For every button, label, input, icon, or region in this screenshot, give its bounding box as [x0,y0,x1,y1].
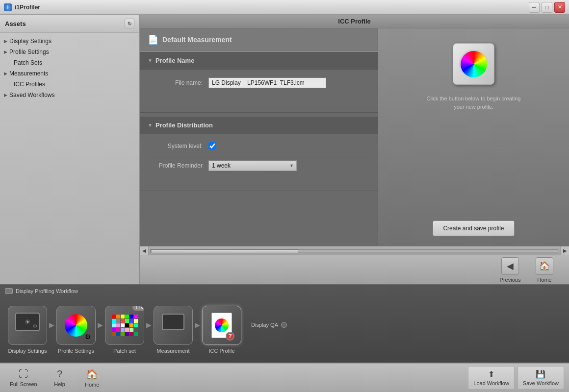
sidebar-item-profile-settings[interactable]: ▶ Profile Settings [0,47,139,57]
profile-reminder-row: Profile Reminder 1 week 2 weeks 1 month … [150,160,368,171]
workflow-items: ☀ ⚙ Display Settings ▶ ⚙ Profile Setting… [0,297,569,363]
color-wheel-icon [459,49,489,79]
monitor-stand [23,332,32,335]
top-area: Assets ↻ ▶ Display Settings ▶ Profile Se… [0,15,569,284]
sidebar-item-patch-sets[interactable]: Patch Sets [0,57,139,68]
sidebar-item-display-settings[interactable]: ▶ Display Settings [0,36,139,47]
profile-distribution-header: ▼ Profile Distribution [140,117,378,134]
workflow-item-display-settings[interactable]: ☀ ⚙ Display Settings [8,306,47,354]
workflow-arrow-icon: ▶ [195,321,200,339]
home-bottom-icon: 🏠 [86,368,98,380]
profile-name-form: File name: [140,70,378,103]
app-icon: i [4,3,12,11]
sidebar-item-icc-profiles[interactable]: ICC Profiles [0,79,139,90]
measurement-base [166,335,181,337]
sidebar-item-measurements[interactable]: ▶ Measurements [0,68,139,79]
load-workflow-button[interactable]: ⬆ Load Workflow [468,366,515,390]
system-level-label: System level: [150,143,208,149]
content-split: 📄 Default Measurement ▼ Profile Name Fil… [140,28,569,246]
save-workflow-button[interactable]: 💾 Save Workflow [517,366,564,390]
maximize-button[interactable]: □ [542,2,552,13]
right-panel: Click the button below to begin creating… [378,28,569,246]
qa-dot-icon [281,322,287,328]
profile-reminder-dropdown-wrapper: 1 week 2 weeks 1 month Never [208,160,297,171]
workflow-arrow-icon: ▶ [146,321,152,339]
window-controls[interactable]: ─ □ ✕ [529,2,565,13]
content-header: ICC Profile [140,15,569,28]
collapse-arrow-icon: ▼ [148,122,153,128]
icc-page-icon: ? [211,313,232,338]
collapse-arrow-icon: ▼ [148,58,153,63]
patch-grid [112,315,138,336]
system-level-row: System level: [150,142,368,150]
workflow-patch-set-icon: 119 [105,306,144,345]
previous-icon: ◀ [501,257,519,275]
nav-buttons: ◀ Previous 🏠 Home [140,255,569,284]
create-profile-button[interactable]: Create and save profile [433,220,514,236]
bottom-right-buttons: ⬆ Load Workflow 💾 Save Workflow [468,366,564,390]
full-screen-icon: ⛶ [19,368,28,380]
workflow-item-patch-set[interactable]: 119 Patch set [105,306,144,354]
workflow-item-icc-profile[interactable]: ? ICC Profile [202,306,241,354]
profile-name-header: ▼ Profile Name [140,52,378,70]
color-swatch-icon [65,314,87,337]
profile-icon-container: Click the button below to begin creating… [425,43,523,111]
home-button[interactable]: 🏠 Home [530,254,559,286]
help-icon: ? [57,368,62,380]
scroll-right-button[interactable]: ▶ [560,246,569,255]
full-screen-button[interactable]: ⛶ Full Screen [5,366,42,390]
sidebar: Assets ↻ ▶ Display Settings ▶ Profile Se… [0,15,140,284]
monitor-base [20,336,35,338]
workflow-display-settings-icon: ☀ ⚙ [8,306,47,345]
minimize-button[interactable]: ─ [529,2,540,13]
arrow-icon: ▶ [4,49,7,54]
icc-color-wheel [215,318,229,332]
workflow-item-measurement[interactable]: Measurement [154,306,193,354]
sidebar-items: ▶ Display Settings ▶ Profile Settings Pa… [0,33,139,103]
system-level-checkbox[interactable] [208,142,216,150]
help-button[interactable]: ? Help [45,366,75,390]
save-workflow-icon: 💾 [536,369,545,379]
workflow-qa: Display QA [251,322,287,338]
workflow-item-profile-settings[interactable]: ⚙ Profile Settings [56,306,96,354]
workflow-monitor-icon [5,288,13,294]
profile-reminder-label: Profile Reminder [150,162,208,169]
measurement-monitor-icon [162,314,184,330]
file-name-label: File name: [150,79,208,86]
horizontal-scrollbar[interactable]: ◀ ▶ [140,246,569,255]
arrow-icon: ▶ [4,71,7,76]
file-name-row: File name: [150,77,368,88]
sidebar-item-saved-workflows[interactable]: ▶ Saved Workflows [0,90,139,100]
file-name-input[interactable] [208,77,326,88]
workflow-strip: Display Profiling Workflow ☀ ⚙ Display S… [0,284,569,363]
profile-hint-text: Click the button below to begin creating… [425,95,523,111]
scroll-thumb[interactable] [151,249,298,253]
profile-icon [453,43,494,85]
profile-distribution-section: ▼ Profile Distribution System level: Pro… [140,117,378,191]
left-panel: 📄 Default Measurement ▼ Profile Name Fil… [140,28,378,246]
home-icon: 🏠 [536,257,553,275]
load-workflow-icon: ⬆ [488,369,494,379]
workflow-arrow-icon: ▶ [49,321,54,339]
workflow-header: Display Profiling Workflow [0,285,569,297]
arrow-icon: ▶ [4,39,7,44]
workflow-icc-profile-icon: ? [202,306,241,345]
previous-button[interactable]: ◀ Previous [495,254,525,286]
warning-badge-icon: ? [226,332,234,341]
main-content: ICC Profile 📄 Default Measurement ▼ [140,15,569,284]
monitor-icon: ☀ ⚙ [15,313,40,331]
title-bar: i i1Profiler ─ □ ✕ [0,0,569,15]
section-main-title: Default Measurement [162,36,232,44]
close-button[interactable]: ✕ [554,2,565,13]
profile-reminder-select[interactable]: 1 week 2 weeks 1 month Never [208,160,297,171]
bottom-bar: ⛶ Full Screen ? Help 🏠 Home ⬆ Load Workf… [0,363,569,392]
profile-distribution-form: System level: Profile Reminder 1 week 2 … [140,134,378,186]
workflow-arrow-icon: ▶ [98,321,103,339]
scroll-left-button[interactable]: ◀ [140,246,149,255]
scroll-track[interactable] [151,249,558,253]
patch-count-badge: 119 [132,306,144,311]
refresh-button[interactable]: ↻ [125,19,134,28]
measurement-stand [168,331,178,334]
workflow-measurement-icon [154,306,193,345]
home-bottom-button[interactable]: 🏠 Home [78,366,107,391]
